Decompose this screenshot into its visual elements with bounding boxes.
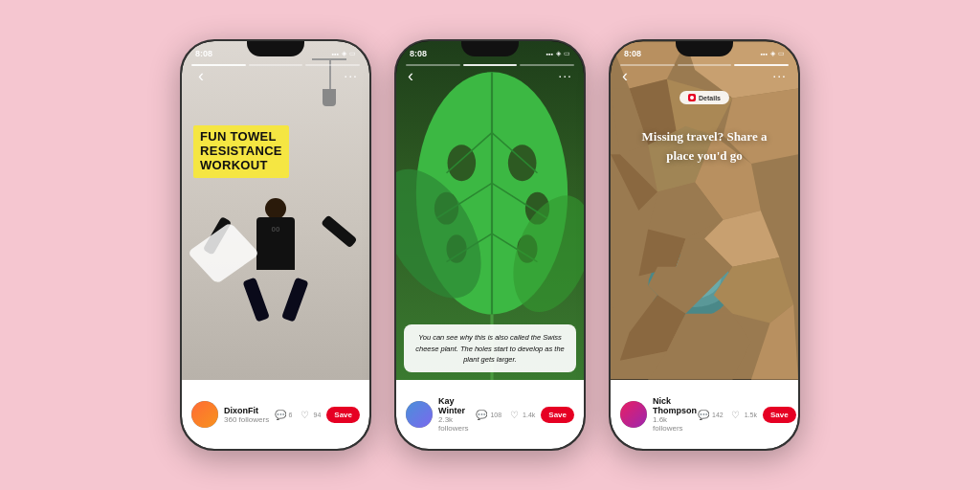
plant-content: You can see why this is also called the …	[396, 41, 584, 380]
phones-container: 8:08 ▪▪▪ ◈ ▭ ···	[180, 39, 800, 451]
travel-text: Missing travel? Share a place you'd go	[630, 127, 779, 165]
details-pin-dot	[690, 96, 694, 100]
battery-icon: ▭	[349, 50, 356, 57]
actions-1: 💬 6 ♡ 94 Save	[274, 407, 360, 423]
nav-3: ‹ ···	[611, 62, 798, 89]
jersey-number: 00	[272, 225, 280, 234]
nav-1: ···	[182, 62, 369, 89]
user-info-1: DixonFit 360 followers	[224, 406, 274, 424]
user-name-3: Nick Thompson	[653, 396, 697, 415]
details-pin-icon	[688, 94, 696, 101]
more-button-1[interactable]: ···	[344, 68, 358, 83]
like-group-1: ♡ 94	[299, 408, 322, 421]
followers-1: 360 followers	[224, 415, 274, 424]
left-leg	[242, 278, 270, 323]
battery-icon-3: ▭	[778, 50, 785, 57]
person-head	[265, 198, 286, 219]
status-icons-1: ▪▪▪ ◈ ▭	[332, 50, 356, 57]
details-label: Details	[699, 95, 721, 101]
status-icons-2: ▪▪▪ ◈ ▭	[546, 50, 570, 57]
comment-icon-1[interactable]: 💬	[274, 408, 287, 421]
more-button-3[interactable]: ···	[772, 68, 787, 83]
details-badge[interactable]: Details	[679, 91, 729, 104]
followers-3: 1.6k followers	[653, 415, 697, 433]
user-info-2: Kay Winter 2.3k followers	[438, 396, 475, 433]
actions-2: 💬 108 ♡ 1.4k Save	[475, 407, 574, 423]
like-count-1: 94	[314, 412, 322, 418]
user-info-3: Nick Thompson 1.6k followers	[653, 396, 697, 433]
signal-icon-2: ▪▪▪	[546, 51, 553, 57]
person-torso: 00	[256, 217, 295, 270]
comment-group-2: 💬 108	[475, 408, 501, 421]
followers-2: 2.3k followers	[438, 415, 475, 433]
like-count-2: 1.4k	[523, 412, 535, 418]
status-time-2: 8:08	[410, 49, 427, 58]
avatar-img-1	[191, 401, 218, 428]
notch-2	[461, 41, 519, 56]
workout-text-box: FUN TOWEL RESISTANCE WORKOUT	[193, 125, 289, 178]
phone-3-inner: 8:08 ▪▪▪ ◈ ▭ ‹ ···	[611, 41, 798, 449]
back-button-2[interactable]: ‹	[408, 66, 413, 86]
notch-3	[676, 41, 733, 56]
battery-icon-2: ▭	[564, 50, 570, 57]
workout-line-2: RESISTANCE	[200, 145, 282, 159]
like-group-2: ♡ 1.4k	[507, 408, 535, 421]
comment-group-3: 💬 142	[697, 408, 724, 421]
user-bar-1: DixonFit 360 followers 💬 6 ♡ 94 Save	[182, 380, 369, 449]
lamp-shade	[323, 89, 336, 106]
status-time-3: 8:08	[624, 49, 641, 58]
avatar-1	[191, 401, 218, 428]
user-bar-3: Nick Thompson 1.6k followers 💬 142 ♡ 1.5…	[611, 380, 798, 449]
phone-2: 8:08 ▪▪▪ ◈ ▭ ‹ ···	[394, 39, 586, 451]
comment-icon-3[interactable]: 💬	[697, 408, 710, 421]
user-name-2: Kay Winter	[438, 396, 475, 415]
workout-line-3: WORKOUT	[200, 159, 282, 173]
right-leg	[281, 278, 309, 323]
nav-2: ‹ ···	[396, 62, 584, 89]
user-name-1: DixonFit	[224, 406, 274, 415]
phone-2-inner: 8:08 ▪▪▪ ◈ ▭ ‹ ···	[396, 41, 584, 449]
like-count-3: 1.5k	[745, 412, 757, 418]
avatar-img-2	[406, 401, 433, 428]
avatar-img-3	[620, 401, 647, 428]
comment-icon-2[interactable]: 💬	[475, 408, 488, 421]
more-button-2[interactable]: ···	[558, 68, 572, 83]
avatar-3	[620, 401, 647, 428]
wifi-icon-3: ◈	[770, 50, 775, 57]
travel-content: Details Missing travel? Share a place yo…	[611, 41, 798, 380]
wifi-icon-2: ◈	[556, 50, 561, 57]
like-group-3: ♡ 1.5k	[729, 408, 757, 421]
plant-caption-text: You can see why this is also called the …	[412, 332, 568, 365]
status-icons-3: ▪▪▪ ◈ ▭	[761, 50, 785, 57]
comment-count-2: 108	[490, 412, 501, 418]
avatar-2	[406, 401, 433, 428]
workout-line-1: FUN TOWEL	[200, 130, 282, 145]
heart-icon-3[interactable]: ♡	[729, 408, 743, 421]
signal-icon: ▪▪▪	[332, 51, 339, 57]
workout-content: 00 FUN TOWEL RESISTANCE W	[182, 41, 369, 380]
phone-1-inner: 8:08 ▪▪▪ ◈ ▭ ···	[182, 41, 369, 449]
status-time-1: 8:08	[195, 49, 212, 58]
comment-group-1: 💬 6	[274, 408, 293, 421]
back-button-1[interactable]	[193, 68, 209, 83]
save-button-2[interactable]: Save	[541, 407, 574, 423]
actions-3: 💬 142 ♡ 1.5k Save	[697, 407, 796, 423]
save-button-1[interactable]: Save	[326, 407, 360, 423]
phone-1: 8:08 ▪▪▪ ◈ ▭ ···	[180, 39, 371, 451]
comment-count-3: 142	[712, 412, 724, 418]
user-bar-2: Kay Winter 2.3k followers 💬 108 ♡ 1.4k S…	[396, 380, 584, 449]
heart-icon-2[interactable]: ♡	[507, 408, 521, 421]
back-button-3[interactable]: ‹	[622, 66, 628, 86]
phone-3: 8:08 ▪▪▪ ◈ ▭ ‹ ···	[609, 39, 800, 451]
heart-icon-1[interactable]: ♡	[299, 408, 312, 421]
save-button-3[interactable]: Save	[763, 407, 796, 423]
signal-icon-3: ▪▪▪	[761, 51, 768, 57]
plant-caption: You can see why this is also called the …	[404, 324, 576, 372]
travel-text-container: Missing travel? Share a place you'd go	[611, 127, 798, 165]
notch-1	[247, 41, 304, 56]
comment-count-1: 6	[289, 412, 293, 418]
wifi-icon: ◈	[342, 50, 346, 57]
